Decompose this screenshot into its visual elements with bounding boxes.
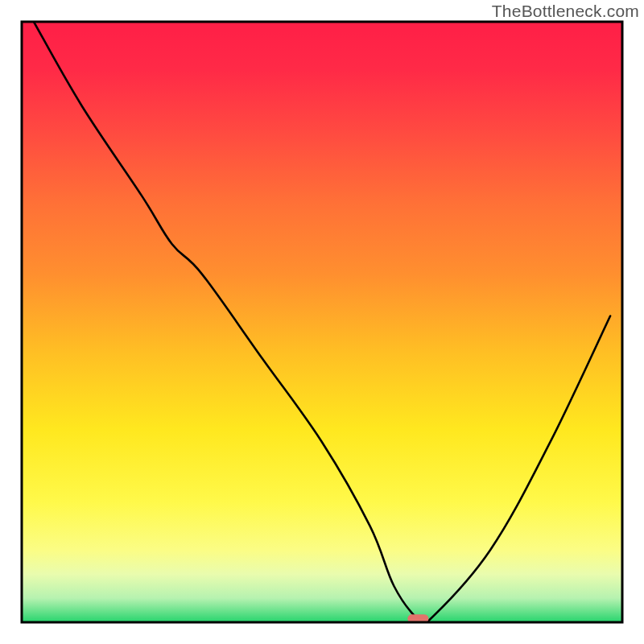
chart-container: TheBottleneck.com bbox=[0, 0, 644, 644]
watermark-label: TheBottleneck.com bbox=[492, 2, 639, 21]
plot-background bbox=[22, 22, 622, 622]
chart-svg bbox=[0, 0, 644, 644]
